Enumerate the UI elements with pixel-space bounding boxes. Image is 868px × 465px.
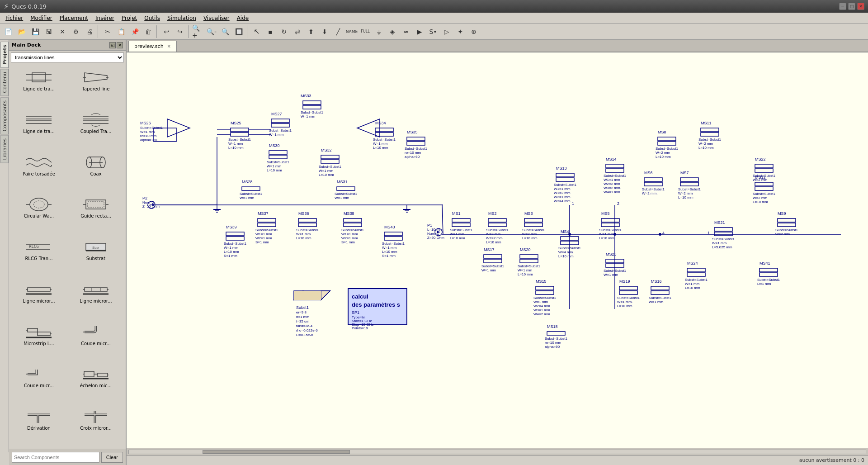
marker-button[interactable]: ✦ [454,25,467,38]
zoom-in-button[interactable]: 🔍+ [192,25,204,38]
comp-label-msl: Microstrip L... [24,341,54,346]
svg-text:Subst=Subst1: Subst=Subst1 [617,296,640,300]
clear-button[interactable]: Clear [101,452,123,463]
svg-point-348 [659,233,661,236]
comp-coude2[interactable]: Coude micr... [11,363,67,404]
paste-button[interactable]: 📌 [128,25,141,38]
schematic-canvas[interactable]: .sc { fill: none; stroke: #000080; strok… [127,52,868,448]
comp-tapered[interactable]: Tapered line [68,66,124,108]
comp-derivation[interactable]: Dérivation [11,405,67,447]
h-scroll-thumb[interactable] [203,450,350,454]
comp-substrat[interactable]: Sub Substrat [68,236,124,277]
move-down-button[interactable]: ⬇ [318,25,331,38]
tab-libraries[interactable]: Libraries [0,135,9,163]
simulate-button[interactable]: ▷ [440,25,453,38]
svg-text:t=35 um: t=35 um [296,319,309,323]
copy-button[interactable]: 📋 [115,25,127,38]
comp-coax[interactable]: Coax [68,151,124,193]
redo-button[interactable]: ↪ [174,25,186,38]
category-select[interactable]: transmission lines lumped components sou… [11,52,124,62]
svg-rect-44 [38,332,50,336]
comp-torsadee[interactable]: Paire torsadée [11,151,67,193]
close-doc-button[interactable]: ✕ [56,25,69,38]
tab-close-preview[interactable]: ✕ [167,44,171,49]
comp-icon-coupled1 [25,111,52,129]
menu-visualiser[interactable]: Visualiser [200,14,233,22]
menu-placement[interactable]: Placement [56,14,92,22]
fullname-button[interactable]: FULL [359,25,372,38]
horizontal-scrollbar[interactable] [127,448,868,455]
svg-text:alpha=90: alpha=90 [545,345,560,349]
wire-tool[interactable]: ▪ [264,25,277,38]
comp-coude1[interactable]: Coude micr... [68,321,124,362]
svg-text:W=1 mm: W=1 mm [228,142,243,146]
name-button[interactable]: NAME [345,25,358,38]
window-controls[interactable]: ─ □ ✕ [839,3,864,10]
search-input[interactable] [12,452,99,463]
svg-text:L=10 mm: L=10 mm [296,236,311,240]
menu-simulation[interactable]: Simulation [164,14,200,22]
minimize-button[interactable]: ─ [839,3,846,10]
menu-aide[interactable]: Aide [233,14,253,22]
insert-eq-button[interactable]: ≈ [400,25,412,38]
sparam-button[interactable]: S• [427,25,439,38]
svg-text:Subst=Subst1: Subst=Subst1 [382,242,405,246]
open-button[interactable]: 📂 [15,25,28,38]
comp-label-circular: Circular Wa... [24,214,54,218]
comp-icon-tline [25,68,52,86]
sim-button[interactable]: ▶ [413,25,426,38]
menu-outils[interactable]: Outils [141,14,164,22]
svg-text:W=2 mm: W=2 mm [656,151,670,155]
tab-projets[interactable]: Projets [0,42,9,68]
comp-rlcg[interactable]: RLCG RLCG Tran... [11,236,67,277]
dock-float-button[interactable]: ◱ [109,42,116,48]
comp-icon-echelon [82,365,109,383]
undo-button[interactable]: ↩ [160,25,173,38]
comp-echelon[interactable]: échelon mic... [68,363,124,404]
comp-label-tline: Ligne de tra... [23,86,55,91]
delete-button[interactable]: 🗑 [142,25,155,38]
new-button[interactable]: 📄 [2,25,14,38]
svg-rect-23 [86,200,106,209]
comp-coupled1[interactable]: Ligne de tra... [11,109,67,150]
zoom-select-button[interactable]: 🔲 [232,25,245,38]
comp-guide[interactable]: Guide recta... [68,193,124,235]
tab-composants[interactable]: Composants [0,97,9,134]
maximize-button[interactable]: □ [848,3,855,10]
menu-projet[interactable]: Projet [118,14,141,22]
tab-contenu[interactable]: Contenu [0,69,9,96]
svg-text:W=1 mm: W=1 mm [533,300,548,304]
comp-micror1[interactable]: Ligne micror... [11,278,67,320]
comp-coupled2[interactable]: Coupled Tra... [68,109,124,150]
misc-button[interactable]: ⊕ [467,25,480,38]
comp-circular[interactable]: Circular Wa... [11,193,67,235]
svg-text:Subst=Subst1: Subst=Subst1 [481,264,505,268]
menu-fichier[interactable]: Fichier [2,14,27,22]
menu-modifier[interactable]: Modifier [27,14,56,22]
comp-croix[interactable]: Croix micror... [68,405,124,447]
svg-text:W2=2 mm: W2=2 mm [486,236,503,240]
rotate-button[interactable]: ↻ [278,25,290,38]
ground-button[interactable]: ⏚ [373,25,385,38]
flip-h-button[interactable]: ⇄ [291,25,304,38]
draw-line-button[interactable]: ╱ [332,25,344,38]
save-all-button[interactable]: 🖫 [42,25,55,38]
print-button[interactable]: 🖨 [83,25,96,38]
select-tool[interactable]: ↖ [250,25,263,38]
zoom-fit-button[interactable]: 🔍 [219,25,231,38]
comp-micror2[interactable]: Ligne micror... [68,278,124,320]
comp-msl[interactable]: Microstrip L... [11,321,67,362]
vdd-button[interactable]: ◈ [386,25,399,38]
zoom-out-button[interactable]: 🔍- [205,25,218,38]
move-up-button[interactable]: ⬆ [305,25,317,38]
close-button[interactable]: ✕ [857,3,864,10]
settings-button[interactable]: ⚙ [70,25,82,38]
cut-button[interactable]: ✂ [101,25,114,38]
comp-ligne-tra[interactable]: Ligne de tra... [11,66,67,108]
dock-close-button[interactable]: ✕ [117,42,123,48]
svg-rect-50 [84,371,94,377]
tab-preview[interactable]: preview.sch ✕ [128,41,177,52]
menu-inserer[interactable]: Insérer [92,14,118,22]
svg-text:Subst=Subst1: Subst=Subst1 [712,237,735,241]
save-button[interactable]: 💾 [29,25,42,38]
